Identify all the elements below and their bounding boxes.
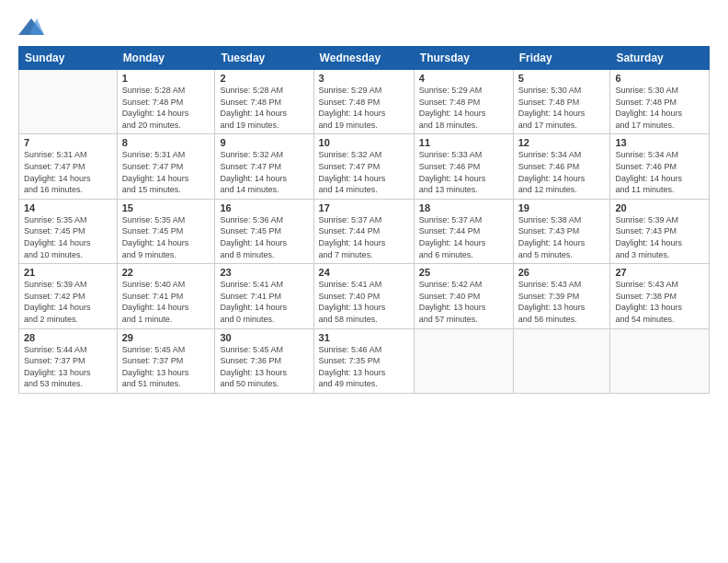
- calendar-cell: 11Sunrise: 5:33 AM Sunset: 7:46 PM Dayli…: [414, 134, 513, 199]
- day-number: 23: [220, 267, 308, 278]
- day-info: Sunrise: 5:31 AM Sunset: 7:47 PM Dayligh…: [122, 149, 210, 195]
- day-info: Sunrise: 5:45 AM Sunset: 7:36 PM Dayligh…: [220, 344, 308, 390]
- day-number: 17: [319, 202, 409, 213]
- weekday-header-saturday: Saturday: [610, 47, 710, 70]
- day-info: Sunrise: 5:43 AM Sunset: 7:39 PM Dayligh…: [518, 279, 606, 325]
- calendar-cell: 4Sunrise: 5:29 AM Sunset: 7:48 PM Daylig…: [414, 70, 513, 134]
- calendar-cell: 16Sunrise: 5:36 AM Sunset: 7:45 PM Dayli…: [215, 199, 313, 263]
- day-number: 15: [122, 202, 210, 213]
- day-number: 12: [518, 137, 606, 148]
- calendar-cell: 30Sunrise: 5:45 AM Sunset: 7:36 PM Dayli…: [215, 328, 313, 393]
- calendar-week-row: 1Sunrise: 5:28 AM Sunset: 7:48 PM Daylig…: [19, 70, 710, 134]
- calendar-cell: 15Sunrise: 5:35 AM Sunset: 7:45 PM Dayli…: [117, 199, 215, 263]
- weekday-header-wednesday: Wednesday: [313, 47, 414, 70]
- day-info: Sunrise: 5:30 AM Sunset: 7:48 PM Dayligh…: [518, 85, 606, 131]
- logo: [18, 17, 48, 37]
- calendar-week-row: 28Sunrise: 5:44 AM Sunset: 7:37 PM Dayli…: [19, 328, 710, 393]
- day-info: Sunrise: 5:41 AM Sunset: 7:40 PM Dayligh…: [319, 279, 409, 325]
- day-info: Sunrise: 5:28 AM Sunset: 7:48 PM Dayligh…: [220, 85, 308, 131]
- header: [18, 17, 710, 37]
- day-number: 19: [518, 202, 606, 213]
- day-info: Sunrise: 5:42 AM Sunset: 7:40 PM Dayligh…: [419, 279, 508, 325]
- day-number: 29: [122, 332, 210, 343]
- calendar-cell: 29Sunrise: 5:45 AM Sunset: 7:37 PM Dayli…: [117, 328, 215, 393]
- calendar-cell: 23Sunrise: 5:41 AM Sunset: 7:41 PM Dayli…: [215, 264, 313, 328]
- day-number: 1: [122, 73, 210, 84]
- day-info: Sunrise: 5:37 AM Sunset: 7:44 PM Dayligh…: [419, 214, 508, 260]
- day-number: 30: [220, 332, 308, 343]
- calendar-cell: 27Sunrise: 5:43 AM Sunset: 7:38 PM Dayli…: [610, 264, 710, 328]
- day-number: 10: [319, 137, 409, 148]
- calendar-cell: 18Sunrise: 5:37 AM Sunset: 7:44 PM Dayli…: [414, 199, 513, 263]
- day-info: Sunrise: 5:39 AM Sunset: 7:42 PM Dayligh…: [24, 279, 112, 325]
- weekday-header-thursday: Thursday: [414, 47, 513, 70]
- day-info: Sunrise: 5:34 AM Sunset: 7:46 PM Dayligh…: [518, 149, 606, 195]
- day-info: Sunrise: 5:29 AM Sunset: 7:48 PM Dayligh…: [419, 85, 508, 131]
- calendar-cell: 9Sunrise: 5:32 AM Sunset: 7:47 PM Daylig…: [215, 134, 313, 199]
- calendar-week-row: 14Sunrise: 5:35 AM Sunset: 7:45 PM Dayli…: [19, 199, 710, 263]
- calendar-cell: 26Sunrise: 5:43 AM Sunset: 7:39 PM Dayli…: [513, 264, 610, 328]
- calendar-cell: 3Sunrise: 5:29 AM Sunset: 7:48 PM Daylig…: [313, 70, 414, 134]
- calendar-cell: 2Sunrise: 5:28 AM Sunset: 7:48 PM Daylig…: [215, 70, 313, 134]
- calendar-table: SundayMondayTuesdayWednesdayThursdayFrid…: [18, 46, 710, 394]
- day-info: Sunrise: 5:46 AM Sunset: 7:35 PM Dayligh…: [319, 344, 409, 390]
- day-info: Sunrise: 5:31 AM Sunset: 7:47 PM Dayligh…: [24, 149, 112, 195]
- day-info: Sunrise: 5:43 AM Sunset: 7:38 PM Dayligh…: [615, 279, 704, 325]
- calendar-week-row: 7Sunrise: 5:31 AM Sunset: 7:47 PM Daylig…: [19, 134, 710, 199]
- weekday-header-tuesday: Tuesday: [215, 47, 313, 70]
- weekday-header-monday: Monday: [117, 47, 215, 70]
- day-info: Sunrise: 5:30 AM Sunset: 7:48 PM Dayligh…: [615, 85, 704, 131]
- day-number: 9: [220, 137, 308, 148]
- day-info: Sunrise: 5:41 AM Sunset: 7:41 PM Dayligh…: [220, 279, 308, 325]
- day-info: Sunrise: 5:38 AM Sunset: 7:43 PM Dayligh…: [518, 214, 606, 260]
- calendar-cell: [19, 70, 118, 134]
- day-number: 24: [319, 267, 409, 278]
- day-number: 27: [615, 267, 704, 278]
- calendar-cell: 19Sunrise: 5:38 AM Sunset: 7:43 PM Dayli…: [513, 199, 610, 263]
- day-number: 22: [122, 267, 210, 278]
- weekday-header-row: SundayMondayTuesdayWednesdayThursdayFrid…: [19, 47, 710, 70]
- page: SundayMondayTuesdayWednesdayThursdayFrid…: [0, 0, 728, 563]
- calendar-cell: 21Sunrise: 5:39 AM Sunset: 7:42 PM Dayli…: [19, 264, 118, 328]
- day-number: 4: [419, 73, 508, 84]
- day-info: Sunrise: 5:36 AM Sunset: 7:45 PM Dayligh…: [220, 214, 308, 260]
- calendar-cell: 1Sunrise: 5:28 AM Sunset: 7:48 PM Daylig…: [117, 70, 215, 134]
- day-number: 31: [319, 332, 409, 343]
- calendar-cell: 7Sunrise: 5:31 AM Sunset: 7:47 PM Daylig…: [19, 134, 118, 199]
- day-number: 6: [615, 73, 704, 84]
- day-number: 2: [220, 73, 308, 84]
- day-info: Sunrise: 5:45 AM Sunset: 7:37 PM Dayligh…: [122, 344, 210, 390]
- calendar-cell: [513, 328, 610, 393]
- calendar-cell: 8Sunrise: 5:31 AM Sunset: 7:47 PM Daylig…: [117, 134, 215, 199]
- day-number: 7: [24, 137, 112, 148]
- calendar-week-row: 21Sunrise: 5:39 AM Sunset: 7:42 PM Dayli…: [19, 264, 710, 328]
- calendar-cell: 6Sunrise: 5:30 AM Sunset: 7:48 PM Daylig…: [610, 70, 710, 134]
- day-info: Sunrise: 5:39 AM Sunset: 7:43 PM Dayligh…: [615, 214, 704, 260]
- logo-icon: [18, 17, 44, 37]
- calendar-cell: 25Sunrise: 5:42 AM Sunset: 7:40 PM Dayli…: [414, 264, 513, 328]
- calendar-cell: [414, 328, 513, 393]
- calendar-cell: 20Sunrise: 5:39 AM Sunset: 7:43 PM Dayli…: [610, 199, 710, 263]
- day-number: 16: [220, 202, 308, 213]
- calendar-cell: 5Sunrise: 5:30 AM Sunset: 7:48 PM Daylig…: [513, 70, 610, 134]
- day-number: 3: [319, 73, 409, 84]
- day-number: 25: [419, 267, 508, 278]
- day-number: 11: [419, 137, 508, 148]
- day-number: 26: [518, 267, 606, 278]
- day-info: Sunrise: 5:29 AM Sunset: 7:48 PM Dayligh…: [319, 85, 409, 131]
- day-number: 20: [615, 202, 704, 213]
- weekday-header-sunday: Sunday: [19, 47, 118, 70]
- day-info: Sunrise: 5:37 AM Sunset: 7:44 PM Dayligh…: [319, 214, 409, 260]
- day-info: Sunrise: 5:35 AM Sunset: 7:45 PM Dayligh…: [24, 214, 112, 260]
- calendar-cell: 24Sunrise: 5:41 AM Sunset: 7:40 PM Dayli…: [313, 264, 414, 328]
- day-number: 18: [419, 202, 508, 213]
- day-number: 28: [24, 332, 112, 343]
- calendar-cell: [610, 328, 710, 393]
- day-info: Sunrise: 5:32 AM Sunset: 7:47 PM Dayligh…: [220, 149, 308, 195]
- calendar-cell: 17Sunrise: 5:37 AM Sunset: 7:44 PM Dayli…: [313, 199, 414, 263]
- day-info: Sunrise: 5:32 AM Sunset: 7:47 PM Dayligh…: [319, 149, 409, 195]
- day-number: 13: [615, 137, 704, 148]
- day-number: 14: [24, 202, 112, 213]
- calendar-cell: 10Sunrise: 5:32 AM Sunset: 7:47 PM Dayli…: [313, 134, 414, 199]
- day-number: 8: [122, 137, 210, 148]
